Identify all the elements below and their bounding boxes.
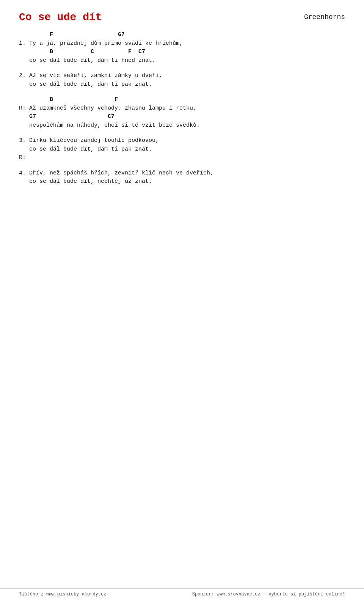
refrain-block: B F R: Až uzamkneš všechny vchody, zhasn… xyxy=(19,96,345,130)
refrain-line2: nespoléhám na náhody, chci si tě vzít be… xyxy=(19,121,345,130)
verse2-block: 2. Až se víc sešeří, zamkni zámky u dveř… xyxy=(19,72,345,89)
verse1-line1: 1. Ty a já, prázdnej dům přímo svádí ke … xyxy=(19,39,345,48)
chord-line-intro: F G7 xyxy=(19,31,345,39)
verse4-line1: 4. Dřív, než spácháš hřích, zevnitř klíč… xyxy=(19,169,345,178)
verse-intro-block: F G7 1. Ty a já, prázdnej dům přímo svád… xyxy=(19,31,345,65)
chord-line-r1: B F xyxy=(19,96,345,104)
verse3-line1: 3. Dírku klíčovou zandej touhle podkovou… xyxy=(19,137,345,145)
footer-left: Tištěno z www.pisnicky-akordy.cz xyxy=(19,592,106,597)
footer: Tištěno z www.pisnicky-akordy.cz Sponzor… xyxy=(0,588,364,600)
chord-line-1b: B C F C7 xyxy=(19,48,345,57)
refrain-label: R: xyxy=(19,154,345,162)
artist-name: Greenhorns xyxy=(304,11,345,21)
song-body: F G7 1. Ty a já, prázdnej dům přímo svád… xyxy=(19,31,345,186)
song-title: Co se ude dít xyxy=(19,11,102,23)
refrain-line1: R: Až uzamkneš všechny vchody, zhasnu la… xyxy=(19,104,345,113)
verse1-line2: co se dál bude dít, dám ti hned znát. xyxy=(19,57,345,65)
chord-line-r2: G7 C7 xyxy=(19,113,345,121)
page-wrapper: Co se ude dít Greenhorns F G7 1. Ty a já… xyxy=(0,0,364,216)
verse3-line2: co se dál bude dít, dám ti pak znát. xyxy=(19,145,345,154)
verse4-block: 4. Dřív, než spácháš hřích, zevnitř klíč… xyxy=(19,169,345,186)
verse2-line1: 2. Až se víc sešeří, zamkni zámky u dveř… xyxy=(19,72,345,80)
verse2-line2: co se dál bude dít, dám ti pak znát. xyxy=(19,80,345,89)
verse3-block: 3. Dírku klíčovou zandej touhle podkovou… xyxy=(19,137,345,162)
footer-right: Sponzor: www.srovnavac.cz - vyberte si p… xyxy=(192,592,345,597)
verse4-line2: co se dál bude dít, nechtěj už znát. xyxy=(19,177,345,186)
header-section: Co se ude dít Greenhorns xyxy=(19,11,345,23)
